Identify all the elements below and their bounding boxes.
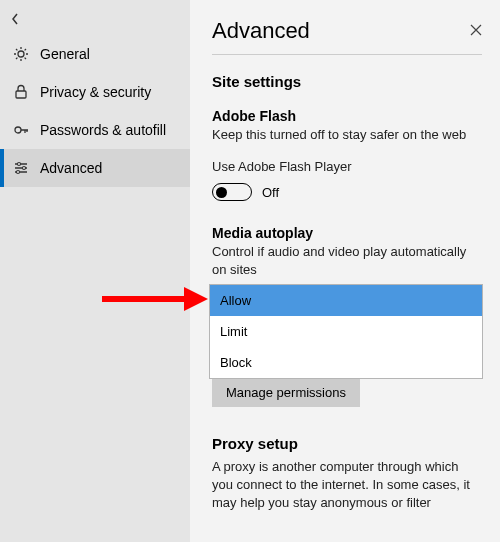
- key-icon: [12, 121, 30, 139]
- sliders-icon: [12, 159, 30, 177]
- sidebar-item-label: Passwords & autofill: [40, 122, 166, 138]
- svg-point-0: [18, 51, 24, 57]
- svg-point-4: [23, 167, 26, 170]
- svg-rect-1: [16, 91, 26, 98]
- svg-point-5: [17, 171, 20, 174]
- lock-icon: [12, 83, 30, 101]
- autoplay-option-allow[interactable]: Allow: [210, 285, 482, 316]
- flash-toggle[interactable]: [212, 183, 252, 201]
- main-panel: Advanced Site settings Adobe Flash Keep …: [190, 0, 500, 542]
- proxy-heading: Proxy setup: [212, 435, 482, 452]
- autoplay-dropdown[interactable]: Allow Limit Block: [209, 284, 483, 379]
- sidebar-item-label: General: [40, 46, 90, 62]
- close-icon[interactable]: [470, 23, 482, 39]
- site-settings-heading: Site settings: [212, 73, 482, 90]
- back-button[interactable]: [0, 6, 190, 35]
- manage-permissions-button[interactable]: Manage permissions: [212, 378, 360, 407]
- sidebar-item-label: Privacy & security: [40, 84, 151, 100]
- page-title: Advanced: [212, 18, 310, 44]
- gear-icon: [12, 45, 30, 63]
- autoplay-desc: Control if audio and video play automati…: [212, 243, 482, 278]
- sidebar-item-passwords[interactable]: Passwords & autofill: [0, 111, 190, 149]
- sidebar-item-privacy[interactable]: Privacy & security: [0, 73, 190, 111]
- flash-desc: Keep this turned off to stay safer on th…: [212, 126, 482, 144]
- flash-toggle-row: Off: [212, 183, 482, 201]
- settings-sidebar: General Privacy & security Passwords & a…: [0, 0, 190, 542]
- main-header: Advanced: [212, 18, 482, 55]
- autoplay-option-limit[interactable]: Limit: [210, 316, 482, 347]
- autoplay-option-block[interactable]: Block: [210, 347, 482, 378]
- flash-toggle-state: Off: [262, 185, 279, 200]
- flash-use-label: Use Adobe Flash Player: [212, 158, 482, 176]
- flash-title: Adobe Flash: [212, 108, 482, 124]
- sidebar-item-general[interactable]: General: [0, 35, 190, 73]
- svg-point-2: [15, 127, 21, 133]
- svg-point-3: [18, 163, 21, 166]
- sidebar-item-advanced[interactable]: Advanced: [0, 149, 190, 187]
- proxy-desc: A proxy is another computer through whic…: [212, 458, 482, 513]
- sidebar-item-label: Advanced: [40, 160, 102, 176]
- autoplay-title: Media autoplay: [212, 225, 482, 241]
